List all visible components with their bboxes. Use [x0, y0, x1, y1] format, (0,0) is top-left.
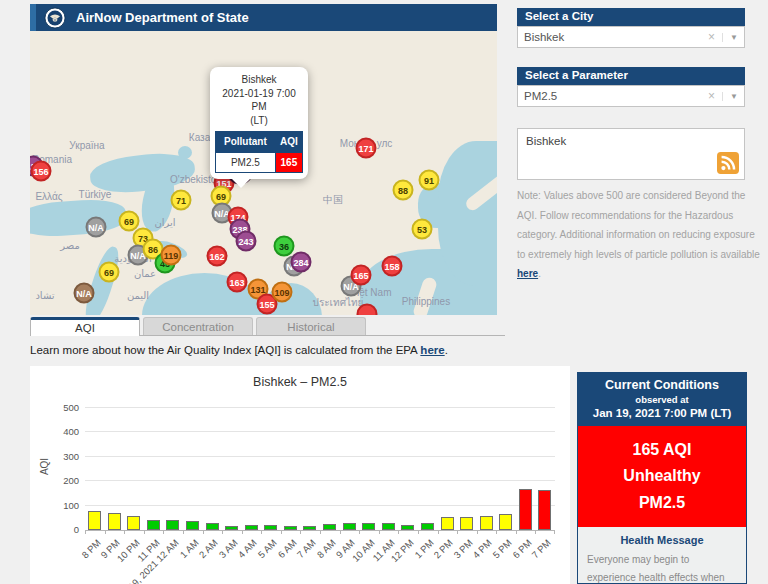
chart-bar-7 AM[interactable]: [303, 526, 316, 530]
aqi-marker-109[interactable]: 109: [272, 282, 293, 303]
observed-at-label: observed at: [581, 394, 743, 405]
aqi-note: Note: Values above 500 are considered Be…: [517, 186, 761, 284]
tab-historical[interactable]: Historical: [256, 317, 366, 335]
aqi-marker-36[interactable]: 36: [274, 236, 295, 257]
aqi-marker-91[interactable]: 91: [419, 170, 440, 191]
chart-xtick: [144, 530, 145, 534]
aqi-marker-158[interactable]: 158: [382, 256, 403, 277]
chart-bar-4 PM[interactable]: [480, 516, 493, 530]
chart-bar-1 PM[interactable]: [421, 523, 434, 530]
chart-xtick: [554, 530, 555, 534]
chart-bar-9 AM[interactable]: [343, 523, 356, 530]
chart-bar-2 AM[interactable]: [206, 523, 219, 530]
app-header: AirNow Department of State: [30, 4, 497, 31]
chart-xtick: [359, 530, 360, 534]
map-popup: Bishkek 2021-01-19 7:00 PM (LT) Pollutan…: [210, 67, 308, 179]
chart-bar-3 AM[interactable]: [225, 526, 238, 530]
popup-table: Pollutant AQI PM2.5 165: [215, 131, 303, 173]
rss-icon[interactable]: [717, 152, 739, 174]
clear-icon[interactable]: ×: [708, 89, 715, 103]
aqi-marker-69[interactable]: 69: [99, 262, 120, 283]
chart-bar-5 AM[interactable]: [264, 525, 277, 530]
chart-bar-8 AM[interactable]: [323, 524, 336, 530]
chart-bar-19, 2021 12 AM[interactable]: [166, 520, 179, 530]
learn-more-link[interactable]: here: [420, 344, 444, 356]
current-conditions-panel: Current Conditions observed at Jan 19, 2…: [577, 372, 747, 584]
chart-gridline: [85, 505, 555, 506]
chart-bar-8 PM[interactable]: [88, 511, 101, 530]
parameter-select[interactable]: PM2.5 × ▼: [517, 85, 745, 107]
map-country-label: تشاد: [35, 290, 54, 301]
chevron-down-icon[interactable]: ▼: [722, 92, 738, 101]
learn-more-before: Learn more about how the Air Quality Ind…: [30, 344, 420, 356]
chart-bar-4 AM[interactable]: [245, 525, 258, 530]
chart-bar-10 PM[interactable]: [127, 516, 140, 530]
aqi-marker-53[interactable]: 53: [412, 219, 433, 240]
chart-gridline: [85, 407, 555, 408]
chart-plot-area: 01002003004005008 PM9 PM10 PM11 PM19, 20…: [85, 409, 555, 531]
popup-col-pollutant: Pollutant: [216, 132, 276, 153]
aqi-category: Unhealthy: [578, 463, 746, 489]
chevron-down-icon[interactable]: ▼: [722, 33, 738, 42]
chart-bar-6 PM[interactable]: [519, 489, 532, 530]
popup-timezone: (LT): [215, 114, 303, 128]
aqi-marker-119[interactable]: 119: [161, 245, 182, 266]
airnow-page: AirNow Department of State УкраїнаRomani…: [0, 0, 768, 584]
select-parameter-header: Select a Parameter: [517, 67, 745, 85]
chart-bar-9 PM[interactable]: [108, 513, 121, 530]
city-select[interactable]: Bishkek × ▼: [517, 26, 745, 48]
chart-xtick: [222, 530, 223, 534]
chart-xtick: [85, 530, 86, 534]
chart-xtick: [496, 530, 497, 534]
mediterranean-sea: [30, 197, 127, 238]
chart-bar-11 PM[interactable]: [147, 520, 160, 530]
aqi-marker-156[interactable]: 156: [31, 161, 52, 182]
note-link[interactable]: here: [517, 268, 538, 279]
aqi-marker-71[interactable]: 71: [171, 190, 192, 211]
aqi-marker-243[interactable]: 243: [236, 231, 257, 252]
us-state-seal-icon: [44, 7, 66, 29]
clear-icon[interactable]: ×: [708, 30, 715, 44]
aqi-value-block: 165 AQI Unhealthy PM2.5: [578, 426, 746, 527]
popup-col-aqi: AQI: [275, 132, 302, 153]
learn-more-text: Learn more about how the Air Quality Ind…: [30, 344, 448, 356]
chart-bar-6 AM[interactable]: [284, 526, 297, 530]
chart-xtick: [340, 530, 341, 534]
chart-bar-3 PM[interactable]: [460, 517, 473, 530]
chart-bar-11 AM[interactable]: [382, 523, 395, 530]
chart-bar-1 AM[interactable]: [186, 521, 199, 530]
chart-bar-7 PM[interactable]: [538, 490, 551, 530]
aqi-marker-284[interactable]: 284: [291, 252, 312, 273]
page-title: AirNow Department of State: [76, 10, 249, 25]
chart-bar-12 PM[interactable]: [401, 525, 414, 530]
chart-bar-2 PM[interactable]: [441, 517, 454, 530]
aqi-value: 165 AQI: [578, 437, 746, 463]
chart-bar-10 AM[interactable]: [362, 523, 375, 530]
chart-xtick: [105, 530, 106, 534]
tab-concentration[interactable]: Concentration: [143, 317, 253, 335]
chart-ytick-label: 400: [45, 426, 79, 437]
note-after: .: [538, 268, 541, 279]
aqi-marker-162[interactable]: 162: [207, 246, 228, 267]
aqi-marker-N/A[interactable]: N/A: [86, 217, 107, 238]
aqi-map[interactable]: УкраїнаRomaniaΕλλάςTürkiyeКазақстанO'zbe…: [30, 31, 497, 315]
chart-bar-5 PM[interactable]: [499, 514, 512, 530]
aqi-marker-171[interactable]: 171: [356, 138, 377, 159]
chart-ytick-label: 0: [45, 524, 79, 535]
chart-xtick: [261, 530, 262, 534]
popup-pollutant-value: PM2.5: [216, 152, 276, 173]
aqi-marker-165[interactable]: 165: [351, 265, 372, 286]
chart-xtick: [281, 530, 282, 534]
map-country-label: Україна: [69, 140, 104, 151]
aqi-marker-88[interactable]: 88: [393, 180, 414, 201]
tab-aqi[interactable]: AQI: [30, 317, 140, 336]
aqi-marker-N/A[interactable]: N/A: [74, 283, 95, 304]
map-country-label: Philippines: [402, 296, 450, 307]
aqi-marker-163[interactable]: 163: [227, 272, 248, 293]
chart-ytick-label: 100: [45, 500, 79, 511]
popup-city: Bishkek: [215, 73, 303, 87]
map-country-label: عمان: [134, 268, 156, 279]
city-feed-box: Bishkek: [517, 128, 745, 180]
chart-xtick: [379, 530, 380, 534]
chart-xtick: [535, 530, 536, 534]
